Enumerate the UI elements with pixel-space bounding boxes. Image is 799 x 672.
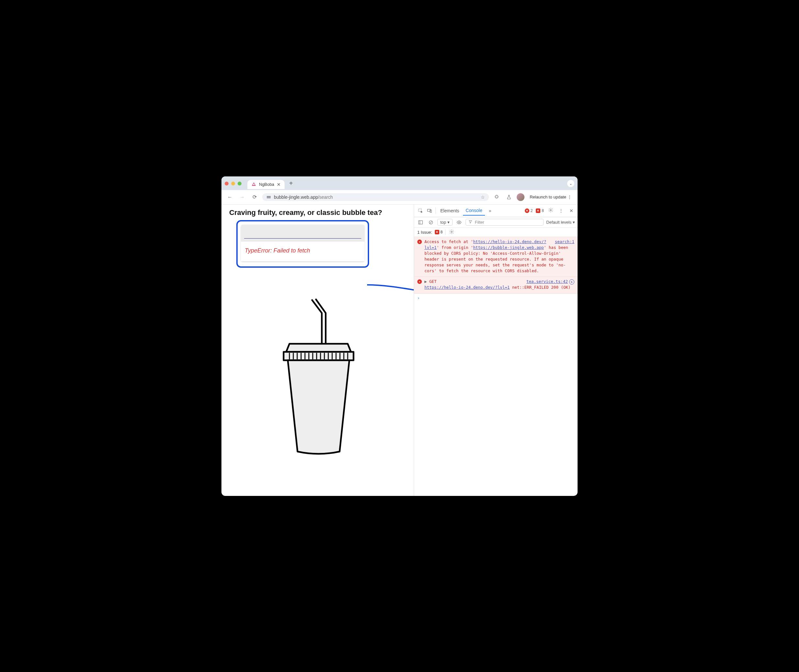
console-entry[interactable]: ✕ tea.service.ts:42⇅ GET https://hello-i…	[414, 277, 578, 293]
page-viewport: Craving fruity, creamy, or classic bubbl…	[221, 205, 414, 496]
filter-input[interactable]: Filter	[466, 219, 544, 226]
context-selector[interactable]: top ▾	[437, 219, 453, 226]
svg-point-30	[451, 231, 452, 232]
devtools-tabbar: Elements Console » ✕ 2 ✕ 8 ⋮	[414, 205, 578, 217]
msg-text: ' from origin '	[437, 245, 473, 250]
error-panel: TypeError: Failed to fetch	[241, 241, 365, 261]
search-card: TypeError: Failed to fetch	[241, 225, 365, 261]
console-log: ✕ search:1 Access to fetch at 'https://h…	[414, 237, 578, 302]
devtools-close-icon[interactable]: ✕	[568, 208, 575, 213]
reload-button[interactable]: ⟳	[250, 193, 259, 202]
cup-illustration	[228, 307, 409, 459]
more-tabs-icon[interactable]: »	[486, 207, 494, 214]
maximize-window-button[interactable]	[238, 182, 242, 186]
msg-text: net::ERR_FAILED 200 (OK)	[509, 285, 570, 290]
relaunch-label: Relaunch to update	[530, 195, 566, 199]
issue-icon: ✕	[536, 208, 540, 213]
svg-line-28	[430, 221, 432, 223]
svg-rect-1	[269, 196, 271, 197]
clear-console-icon[interactable]	[427, 219, 435, 226]
filter-placeholder: Filter	[475, 220, 484, 225]
content-area: Craving fruity, creamy, or classic bubbl…	[221, 205, 578, 496]
minimize-window-button[interactable]	[231, 182, 235, 186]
svg-rect-4	[283, 352, 354, 360]
url-host: bubble-jingle.web.app	[274, 195, 318, 200]
issue-count-badge[interactable]: ✕ 8	[536, 208, 544, 213]
devtools-more-icon[interactable]: ⋮	[557, 208, 565, 213]
error-text: TypeError: Failed to fetch	[245, 247, 310, 254]
console-message: search:1 Access to fetch at 'https://hel…	[424, 239, 574, 274]
tab-title: NgBoba	[259, 182, 274, 187]
svg-point-29	[458, 222, 460, 223]
tabs-overflow-button[interactable]: ⌄	[567, 180, 574, 187]
http-method: GET	[424, 279, 437, 284]
labs-icon[interactable]	[504, 193, 514, 202]
log-levels-selector[interactable]: Default levels ▾	[546, 220, 575, 225]
error-icon: ✕	[525, 208, 529, 213]
console-prompt[interactable]: ›	[414, 294, 578, 302]
issues-label: 1 Issue:	[417, 230, 432, 235]
error-icon: ✕	[417, 240, 422, 244]
msg-text: Access to fetch at '	[424, 239, 473, 244]
close-window-button[interactable]	[225, 182, 229, 186]
live-expression-icon[interactable]	[455, 219, 463, 226]
error-count-badge[interactable]: ✕ 2	[525, 208, 533, 213]
tab-console[interactable]: Console	[463, 206, 485, 216]
annotation-arrow-icon	[367, 279, 414, 298]
issue-icon: ✕	[435, 230, 439, 234]
relaunch-button[interactable]: Relaunch to update ⋮	[528, 193, 574, 201]
inspect-element-icon[interactable]	[417, 207, 424, 214]
settings-icon[interactable]	[547, 208, 554, 214]
device-toolbar-icon[interactable]	[426, 207, 434, 214]
issues-count-badge[interactable]: ✕ 8	[435, 230, 443, 234]
issues-count: 8	[440, 230, 443, 234]
error-count: 2	[531, 208, 533, 213]
browser-toolbar: ← → ⟳ bubble-jingle.web.app/search ☆ Rel…	[221, 190, 578, 205]
close-tab-button[interactable]: ✕	[277, 182, 281, 187]
console-toolbar: top ▾ Filter Default levels ▾	[414, 217, 578, 228]
console-entry[interactable]: ✕ search:1 Access to fetch at 'https://h…	[414, 237, 578, 277]
address-bar[interactable]: bubble-jingle.web.app/search ☆	[262, 193, 489, 201]
search-input[interactable]	[244, 230, 361, 238]
svg-rect-2	[267, 197, 269, 198]
context-label: top	[440, 220, 446, 225]
error-icon: ✕	[417, 279, 422, 284]
tab-elements[interactable]: Elements	[438, 206, 462, 215]
extensions-icon[interactable]	[492, 193, 501, 202]
search-input-wrap	[241, 225, 365, 241]
favicon-icon	[251, 182, 256, 187]
page-heading: Craving fruity, creamy, or classic bubbl…	[229, 208, 409, 217]
window-controls	[225, 182, 242, 186]
profile-avatar[interactable]	[517, 193, 524, 201]
url-link[interactable]: https://bubble-jingle.web.app	[473, 245, 544, 250]
request-initiator-icon[interactable]: ⇅	[569, 279, 574, 285]
svg-rect-0	[267, 196, 269, 197]
source-link[interactable]: search:1	[555, 239, 574, 244]
source-link[interactable]: tea.service.ts:42	[527, 279, 568, 284]
issue-count: 8	[542, 208, 544, 213]
browser-tab[interactable]: NgBoba ✕	[247, 180, 285, 189]
forward-button[interactable]: →	[238, 193, 247, 202]
browser-window: NgBoba ✕ + ⌄ ← → ⟳ bubble-jingle.web.app…	[221, 176, 578, 496]
console-sidebar-icon[interactable]	[417, 219, 424, 226]
bookmark-icon[interactable]: ☆	[481, 195, 485, 200]
annotation-highlight: TypeError: Failed to fetch	[236, 220, 369, 268]
svg-rect-23	[430, 210, 432, 212]
new-tab-button[interactable]: +	[287, 180, 296, 189]
issues-bar: 1 Issue: ✕ 8	[414, 228, 578, 237]
more-icon: ⋮	[567, 195, 572, 199]
chevron-down-icon: ▾	[447, 220, 450, 225]
tab-strip: NgBoba ✕ + ⌄	[221, 176, 578, 190]
issues-settings-icon[interactable]	[448, 229, 455, 235]
svg-rect-25	[419, 221, 423, 224]
filter-icon	[468, 220, 474, 225]
url-text: bubble-jingle.web.app/search	[274, 195, 478, 200]
back-button[interactable]: ←	[225, 193, 234, 202]
url-link[interactable]: https://hello-io-24.deno.dev/?lvl=1	[424, 285, 509, 290]
devtools-panel: Elements Console » ✕ 2 ✕ 8 ⋮	[414, 205, 578, 496]
url-path: /search	[318, 195, 333, 200]
log-levels-label: Default levels	[546, 220, 572, 225]
site-settings-icon[interactable]	[266, 195, 271, 200]
console-message: tea.service.ts:42⇅ GET https://hello-io-…	[424, 279, 574, 290]
svg-point-24	[550, 210, 551, 211]
